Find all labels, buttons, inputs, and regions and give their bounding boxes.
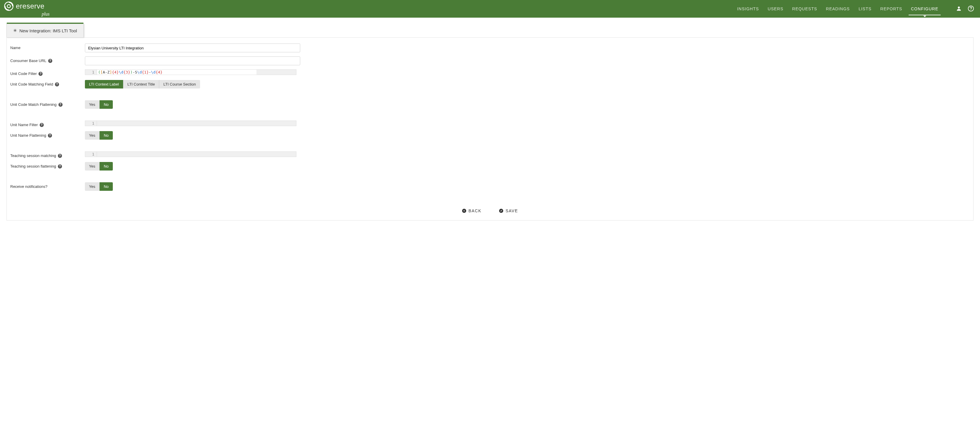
label-name: Name [10, 46, 21, 50]
label-unit-name-flattening: Unit Name Flattening [10, 133, 46, 137]
receive-notifications-group: YesNo [85, 182, 113, 191]
help-icon[interactable]: ? [55, 82, 59, 86]
user-icon[interactable] [956, 6, 962, 12]
name-flattening-option-yes[interactable]: Yes [85, 131, 100, 140]
matching-field-option-lti-context-label[interactable]: LTI Context Label [85, 80, 123, 88]
help-icon[interactable]: ? [58, 154, 62, 158]
help-icon[interactable]: ? [40, 123, 44, 127]
chevron-down-icon [923, 16, 926, 17]
label-consumer-base-url: Consumer Base URL [10, 59, 46, 63]
brand-name: ereserve [16, 2, 45, 10]
teaching-flattening-option-no[interactable]: No [100, 162, 113, 171]
page-body: ✳ New Integration: IMS LTI Tool Name Con… [0, 24, 980, 232]
check-circle-icon [499, 209, 503, 213]
matching-field-option-lti-course-section[interactable]: LTI Course Section [159, 80, 200, 88]
label-unit-code-match-flattening: Unit Code Match Flattening [10, 102, 57, 107]
svg-point-2 [958, 6, 960, 8]
unit-name-filter-value[interactable] [97, 121, 296, 126]
svg-point-4 [970, 10, 971, 10]
line-number: 1 [85, 70, 97, 75]
teaching-session-matching-editor[interactable]: 1 [85, 152, 296, 157]
label-unit-code-matching-field: Unit Code Matching Field [10, 82, 53, 86]
line-number: 1 [85, 121, 97, 126]
consumer-base-url-input[interactable] [85, 56, 300, 65]
label-unit-code-filter: Unit Code Filter [10, 72, 37, 76]
unit-code-matching-field-group: LTI Context LabelLTI Context TitleLTI Co… [85, 80, 200, 88]
label-teaching-session-flattening: Teaching session flattening [10, 164, 56, 168]
teaching-session-matching-value[interactable] [97, 152, 296, 157]
match-flattening-option-yes[interactable]: Yes [85, 100, 100, 109]
name-flattening-option-no[interactable]: No [100, 131, 113, 140]
main-nav: INSIGHTS USERS REQUESTS READINGS LISTS R… [737, 0, 974, 18]
app-header: ereserve plus INSIGHTS USERS REQUESTS RE… [0, 0, 980, 18]
help-icon[interactable]: ? [38, 72, 43, 76]
svg-point-1 [7, 5, 11, 8]
back-button[interactable]: Back [462, 208, 482, 213]
save-button[interactable]: Save [499, 208, 518, 213]
nav-users[interactable]: USERS [768, 0, 783, 18]
label-teaching-session-matching: Teaching session matching [10, 153, 56, 158]
nav-lists[interactable]: LISTS [859, 0, 872, 18]
form-card: Name Consumer Base URL ? Unit Code Filte… [6, 37, 974, 220]
help-icon[interactable] [968, 5, 974, 13]
back-label: Back [469, 208, 482, 213]
nav-reports[interactable]: REPORTS [880, 0, 902, 18]
unit-code-filter-editor[interactable]: 1 ([A-Z]{4}\d{3})-S\d{1}-\d{4} [85, 69, 296, 75]
save-label: Save [506, 208, 518, 213]
notifications-option-yes[interactable]: Yes [85, 182, 100, 191]
arrow-left-icon [462, 209, 466, 213]
nav-requests[interactable]: REQUESTS [792, 0, 817, 18]
name-input[interactable] [85, 43, 300, 52]
nav-configure[interactable]: CONFIGURE [911, 0, 938, 18]
swirl-icon [3, 1, 14, 11]
unit-code-match-flattening-group: YesNo [85, 100, 113, 109]
matching-field-option-lti-context-title[interactable]: LTI Context Title [123, 80, 159, 88]
help-icon[interactable]: ? [58, 164, 62, 168]
tab-title: New Integration: IMS LTI Tool [19, 28, 77, 33]
help-icon[interactable]: ? [48, 59, 52, 63]
unit-code-filter-value[interactable]: ([A-Z]{4}\d{3})-S\d{1}-\d{4} [97, 70, 296, 75]
asterisk-icon: ✳ [13, 28, 17, 33]
help-icon[interactable]: ? [48, 134, 52, 137]
nav-configure-label: CONFIGURE [911, 6, 938, 11]
brand-logo[interactable]: ereserve plus [3, 1, 49, 17]
label-receive-notifications: Receive notifications? [10, 184, 47, 189]
teaching-flattening-option-yes[interactable]: Yes [85, 162, 100, 171]
unit-name-filter-editor[interactable]: 1 [85, 121, 296, 126]
match-flattening-option-no[interactable]: No [100, 100, 113, 109]
teaching-session-flattening-group: YesNo [85, 162, 113, 171]
label-unit-name-filter: Unit Name Filter [10, 123, 38, 127]
help-icon[interactable]: ? [59, 102, 62, 107]
unit-name-flattening-group: YesNo [85, 131, 113, 140]
svg-point-0 [5, 2, 13, 11]
nav-readings[interactable]: READINGS [826, 0, 850, 18]
line-number: 1 [85, 152, 97, 157]
tab-new-integration[interactable]: ✳ New Integration: IMS LTI Tool [6, 24, 84, 37]
notifications-option-no[interactable]: No [100, 182, 113, 191]
nav-insights[interactable]: INSIGHTS [737, 0, 759, 18]
brand-suffix: plus [42, 11, 49, 17]
